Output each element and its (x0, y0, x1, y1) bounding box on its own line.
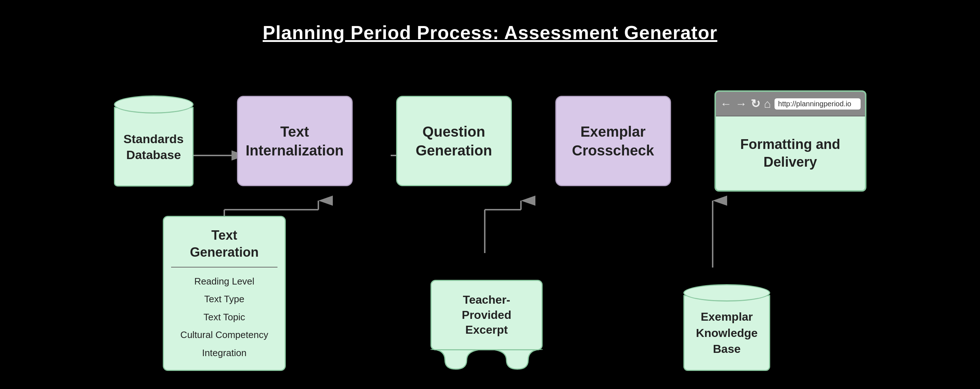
formatting-delivery-node: ← → ↻ ⌂ http://planningperiod.io Formatt… (714, 91, 866, 192)
browser-url-bar[interactable]: http://planningperiod.io (775, 98, 861, 110)
browser-forward-icon[interactable]: → (735, 97, 747, 111)
standards-database-node: StandardsDatabase (114, 91, 194, 192)
ekb-label: ExemplarKnowledgeBase (696, 309, 758, 357)
speech-bubble-tail (431, 349, 542, 371)
teacher-excerpt-node: Teacher- ProvidedExcerpt (431, 280, 542, 371)
browser-back-icon[interactable]: ← (720, 97, 732, 111)
diagram-container: Planning Period Process: Assessment Gene… (0, 0, 980, 389)
text-generation-node: TextGeneration Reading Level Text Type T… (163, 216, 286, 371)
text-internalization-node: TextInternalization (237, 96, 353, 186)
ekb-cylinder-top (683, 284, 770, 302)
text-generation-items: Reading Level Text Type Text Topic Cultu… (181, 273, 269, 362)
page-title: Planning Period Process: Assessment Gene… (262, 22, 718, 43)
text-generation-title: TextGeneration (190, 227, 259, 261)
divider (171, 267, 277, 268)
ekb-cylinder-body: ExemplarKnowledgeBase (683, 295, 770, 371)
question-generation-label: QuestionGeneration (416, 122, 492, 160)
exemplar-crosscheck-label: ExemplarCrosscheck (572, 122, 654, 160)
main-flow: StandardsDatabase TextInternalization Qu… (114, 91, 866, 192)
question-generation-node: QuestionGeneration (396, 96, 512, 186)
exemplar-crosscheck-node: ExemplarCrosscheck (555, 96, 671, 186)
cylinder-top (114, 95, 194, 114)
teacher-excerpt-box: Teacher- ProvidedExcerpt (431, 280, 542, 350)
text-internalization-label: TextInternalization (246, 122, 344, 160)
browser-url-text: http://planningperiod.io (778, 100, 851, 108)
teacher-excerpt-label: Teacher- ProvidedExcerpt (439, 292, 534, 338)
browser-refresh-icon[interactable]: ↻ (751, 97, 760, 111)
cylinder-body: StandardsDatabase (114, 107, 194, 187)
formatting-delivery-label: Formatting andDelivery (716, 116, 865, 190)
standards-database-label: StandardsDatabase (123, 131, 183, 163)
browser-toolbar: ← → ↻ ⌂ http://planningperiod.io (716, 92, 865, 116)
exemplar-knowledge-base-node: ExemplarKnowledgeBase (683, 284, 770, 371)
browser-home-icon[interactable]: ⌂ (764, 97, 771, 111)
